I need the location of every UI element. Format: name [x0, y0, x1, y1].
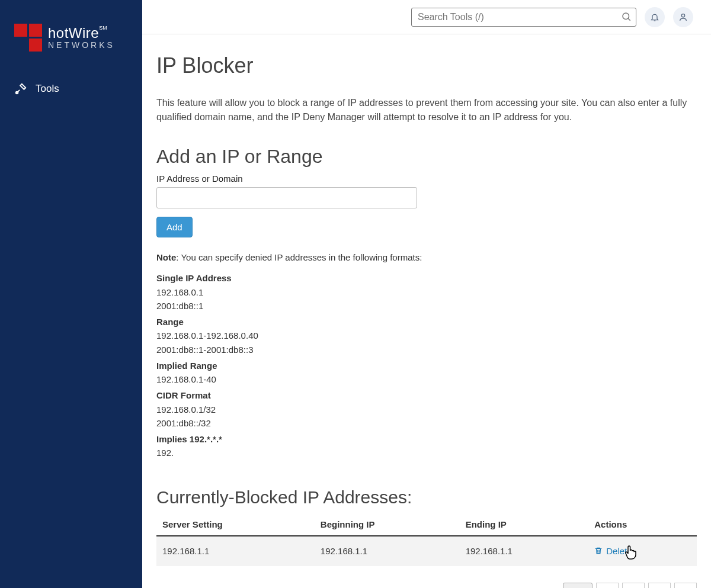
brand-mark-icon	[14, 24, 42, 52]
format-example: 192.168.0.1	[156, 285, 697, 299]
sidebar-item-tools[interactable]: Tools	[0, 75, 142, 102]
pager-last-button[interactable]: >>	[674, 583, 697, 588]
pagination: Page Size 10 << < > >>	[156, 583, 697, 588]
table-row: 192.168.1.1 192.168.1.1 192.168.1.1 Dele…	[156, 536, 697, 567]
topbar	[142, 0, 711, 34]
sidebar-item-label: Tools	[36, 83, 59, 95]
add-button[interactable]: Add	[156, 217, 193, 237]
blocked-table: Server Setting Beginning IP Ending IP Ac…	[156, 513, 697, 567]
format-header: CIDR Format	[156, 388, 697, 402]
user-icon	[678, 12, 688, 22]
cell-server-setting: 192.168.1.1	[156, 536, 315, 567]
format-example: 2001:db8::1	[156, 299, 697, 313]
add-ip-heading: Add an IP or Range	[156, 146, 697, 168]
search-input[interactable]	[411, 8, 636, 27]
cell-ending-ip: 192.168.1.1	[460, 536, 589, 567]
ip-field-label: IP Address or Domain	[156, 173, 697, 184]
svg-point-1	[623, 13, 629, 20]
delete-label: Delete	[606, 546, 632, 556]
format-example: 192.168.0.1-192.168.0.40	[156, 329, 697, 342]
tools-icon	[14, 82, 27, 95]
format-example: 2001:db8::/32	[156, 416, 697, 430]
svg-point-2	[681, 14, 684, 17]
format-item: Implied Range192.168.0.1-40	[156, 359, 697, 387]
trash-icon	[594, 547, 603, 555]
format-example: 192.168.0.1-40	[156, 372, 697, 386]
brand-sub: NETWORKS	[48, 41, 115, 50]
col-beginning-ip[interactable]: Beginning IP	[315, 513, 460, 536]
format-example: 2001:db8::1-2001:db8::3	[156, 343, 697, 356]
pager-next-button[interactable]: >	[648, 583, 671, 588]
brand-sm: SM	[99, 25, 107, 31]
format-item: CIDR Format192.168.0.1/322001:db8::/32	[156, 388, 697, 430]
format-header: Implies 192.*.*.*	[156, 432, 697, 446]
note-text: : You can specify denied IP addresses in…	[176, 252, 422, 262]
pager-prev-button[interactable]: <	[622, 583, 645, 588]
format-example: 192.168.0.1/32	[156, 403, 697, 416]
blocked-heading: Currently-Blocked IP Addresses:	[156, 487, 697, 507]
pager-first-button[interactable]: <<	[596, 583, 619, 588]
note-prefix: Note	[156, 252, 176, 262]
sidebar: hotWireSM NETWORKS Tools	[0, 0, 142, 588]
col-actions: Actions	[588, 513, 697, 536]
brand-name: hotWire	[48, 25, 99, 41]
format-example: 192.	[156, 446, 697, 460]
format-header: Range	[156, 315, 697, 329]
notifications-button[interactable]	[645, 7, 665, 27]
col-ending-ip[interactable]: Ending IP	[460, 513, 589, 536]
format-item: Range192.168.0.1-192.168.0.402001:db8::1…	[156, 315, 697, 356]
ip-address-input[interactable]	[156, 187, 417, 208]
delete-button[interactable]: Delete	[594, 546, 632, 556]
bell-icon	[650, 12, 659, 22]
brand-logo: hotWireSM NETWORKS	[0, 24, 142, 75]
note-block: Note: You can specify denied IP addresse…	[156, 250, 697, 460]
page-size-select[interactable]: 10	[563, 583, 592, 588]
col-server-setting[interactable]: Server Setting	[156, 513, 315, 536]
search-wrap	[411, 8, 636, 27]
brand-text: hotWireSM NETWORKS	[48, 25, 115, 50]
page-title: IP Blocker	[156, 53, 697, 78]
format-header: Implied Range	[156, 359, 697, 372]
format-header: Single IP Address	[156, 271, 697, 285]
format-item: Single IP Address192.168.0.12001:db8::1	[156, 271, 697, 313]
page-description: This feature will allow you to block a r…	[156, 96, 690, 124]
search-icon[interactable]	[621, 11, 632, 24]
cell-beginning-ip: 192.168.1.1	[315, 536, 460, 567]
account-button[interactable]	[673, 7, 693, 27]
main-content: IP Blocker This feature will allow you t…	[142, 34, 711, 588]
format-item: Implies 192.*.*.*192.	[156, 432, 697, 460]
